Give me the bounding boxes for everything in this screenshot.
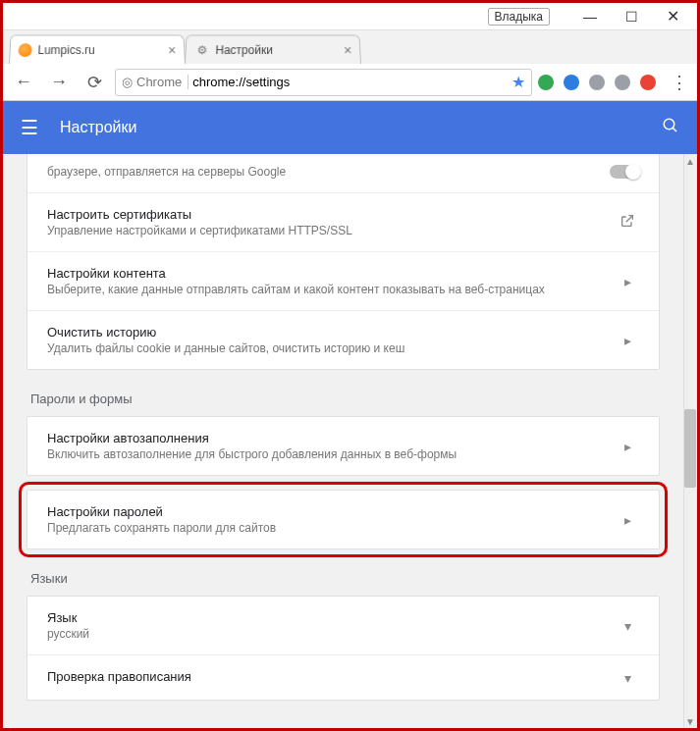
orange-favicon-icon xyxy=(18,43,31,57)
row-subtitle: Удалить файлы cookie и данные сайтов, оч… xyxy=(47,341,616,355)
settings-row-autofill[interactable]: Настройки автозаполнения Включить автоза… xyxy=(27,417,659,475)
extension-icon[interactable] xyxy=(640,75,656,90)
windows-user-label: Владыка xyxy=(488,8,551,26)
tab-label: Lumpics.ru xyxy=(37,43,94,57)
extension-icon[interactable] xyxy=(564,75,579,90)
toggle-switch[interactable] xyxy=(610,165,639,179)
privacy-card: браузере, отправляется на серверы Google… xyxy=(27,154,660,370)
section-languages-label: Языки xyxy=(27,571,660,596)
extensions-area xyxy=(538,75,662,90)
settings-row-content[interactable]: Настройки контента Выберите, какие данны… xyxy=(27,252,659,311)
row-subtitle: Выберите, какие данные отправлять сайтам… xyxy=(47,283,616,296)
external-link-icon xyxy=(616,213,639,232)
extension-icon[interactable] xyxy=(589,75,605,90)
page-title: Настройки xyxy=(60,119,640,136)
chrome-badge: ◎ Chrome xyxy=(122,75,188,89)
svg-line-1 xyxy=(673,128,676,131)
scroll-down-icon[interactable]: ▼ xyxy=(685,716,695,726)
browser-menu-button[interactable]: ⋮ xyxy=(668,72,691,93)
row-title: Настройки автозаполнения xyxy=(47,431,616,445)
toolbar: ← → ⟳ ◎ Chrome chrome://settings ★ ⋮ xyxy=(3,64,697,101)
window-minimize-button[interactable]: — xyxy=(569,3,611,29)
settings-row-certificates[interactable]: Настроить сертификаты Управление настрой… xyxy=(27,193,659,252)
row-subtitle: Управление настройками и сертификатами H… xyxy=(47,224,616,237)
close-icon[interactable]: × xyxy=(344,42,352,58)
close-icon[interactable]: × xyxy=(168,42,177,58)
settings-content: ▲ ▼ браузере, отправляется на серверы Go… xyxy=(3,154,697,728)
back-button[interactable]: ← xyxy=(9,68,38,97)
chevron-right-icon: ▸ xyxy=(616,512,639,528)
chevron-right-icon: ▸ xyxy=(616,439,639,454)
row-subtitle: Предлагать сохранять пароли для сайтов xyxy=(47,521,616,535)
autofill-card: Настройки автозаполнения Включить автоза… xyxy=(27,416,660,476)
extension-icon[interactable] xyxy=(538,75,554,90)
window-maximize-button[interactable]: ☐ xyxy=(611,3,652,29)
scrollbar-thumb[interactable] xyxy=(684,409,696,488)
languages-card: Язык русский ▾ Проверка правописания ▾ xyxy=(27,596,660,701)
reload-button[interactable]: ⟳ xyxy=(80,68,109,97)
omnibox[interactable]: ◎ Chrome chrome://settings ★ xyxy=(115,69,532,96)
row-subtitle: браузере, отправляется на серверы Google xyxy=(47,165,610,179)
chrome-icon: ◎ xyxy=(122,75,133,89)
row-title: Язык xyxy=(47,610,616,625)
chevron-down-icon: ▾ xyxy=(616,670,639,686)
settings-row-passwords[interactable]: Настройки паролей Предлагать сохранять п… xyxy=(27,491,659,548)
chrome-badge-label: Chrome xyxy=(136,75,182,89)
forward-button[interactable]: → xyxy=(44,68,74,97)
settings-row-clear-history[interactable]: Очистить историю Удалить файлы cookie и … xyxy=(27,311,659,369)
extension-icon[interactable] xyxy=(615,75,630,90)
row-title: Проверка правописания xyxy=(47,669,616,684)
scrollbar[interactable]: ▲ ▼ xyxy=(683,154,697,728)
settings-row-spellcheck[interactable]: Проверка правописания ▾ xyxy=(27,655,659,700)
hamburger-icon[interactable]: ☰ xyxy=(21,116,38,139)
bookmark-star-icon[interactable]: ★ xyxy=(512,73,525,91)
row-title: Настройки контента xyxy=(47,266,616,281)
window-titlebar: Владыка — ☐ ✕ xyxy=(3,3,697,30)
row-subtitle: русский xyxy=(47,627,616,641)
row-title: Настроить сертификаты xyxy=(47,207,616,222)
row-title: Очистить историю xyxy=(47,325,616,339)
tab-strip: Lumpics.ru × ⚙ Настройки × xyxy=(3,30,697,64)
chevron-right-icon: ▸ xyxy=(616,333,639,348)
settings-header: ☰ Настройки xyxy=(3,101,697,154)
passwords-card-highlighted: Настройки паролей Предлагать сохранять п… xyxy=(27,490,660,549)
tab-settings[interactable]: ⚙ Настройки × xyxy=(185,35,361,64)
tab-lumpics[interactable]: Lumpics.ru × xyxy=(9,35,186,64)
row-subtitle: Включить автозаполнение для быстрого доб… xyxy=(47,447,616,461)
gear-favicon-icon: ⚙ xyxy=(193,42,210,58)
svg-point-0 xyxy=(664,119,674,130)
search-icon[interactable] xyxy=(662,117,679,139)
tab-label: Настройки xyxy=(215,43,273,57)
row-title: Настройки паролей xyxy=(47,504,616,519)
section-passwords-label: Пароли и формы xyxy=(27,392,660,416)
scroll-up-icon[interactable]: ▲ xyxy=(685,156,695,166)
chevron-down-icon: ▾ xyxy=(616,618,639,634)
chevron-right-icon: ▸ xyxy=(616,274,639,289)
settings-row-language[interactable]: Язык русский ▾ xyxy=(27,597,659,655)
omnibox-url: chrome://settings xyxy=(192,75,290,89)
settings-row-google-services[interactable]: браузере, отправляется на серверы Google xyxy=(27,154,659,193)
window-close-button[interactable]: ✕ xyxy=(652,3,693,29)
